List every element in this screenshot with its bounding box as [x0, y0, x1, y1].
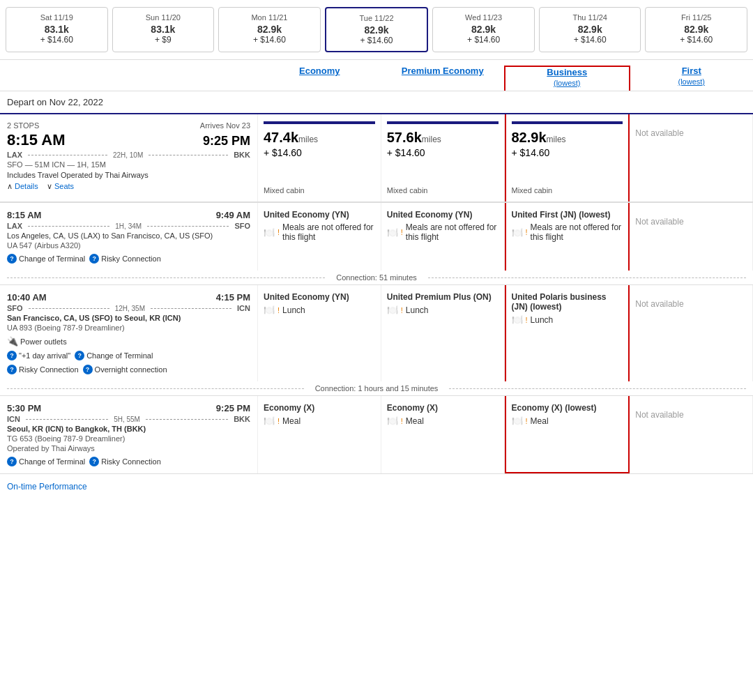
seg3-premium-cabin: Economy (X): [387, 403, 499, 413]
seg1-economy-meal: Meals are not offered for this flight: [282, 222, 375, 242]
plug-icon: 🔌: [7, 336, 18, 347]
question-icon[interactable]: ?: [83, 365, 93, 374]
date-card-fri1125[interactable]: Fri 11/25 82.9k + $14.60: [645, 7, 747, 52]
seg3-business-cabin: Economy (X) (lowest): [512, 403, 623, 413]
seg1-dest: SFO: [234, 222, 250, 230]
operated-by: Includes Travel Operated by Thai Airways: [7, 171, 250, 179]
on-time-performance-section: On-time Performance: [0, 474, 753, 499]
question-icon[interactable]: ?: [89, 457, 99, 466]
date-label: Sat 11/19: [10, 13, 103, 22]
seg1-economy-cell: United Economy (YN) 🍽️ ! Meals are not o…: [258, 203, 381, 271]
seg2-premium-cabin: United Premium Plus (ON): [387, 292, 499, 302]
stops-arrive: 2 STOPS Arrives Nov 23: [7, 121, 250, 130]
seg3-economy-meal-row: 🍽️ ! Meal: [264, 416, 375, 426]
date-label: Thu 11/24: [544, 13, 637, 22]
premium-miles: 57.6k: [387, 130, 422, 145]
seg3-premium-meal: Meal: [406, 416, 424, 426]
date-card-mon1121[interactable]: Mon 11/21 82.9k + $14.60: [218, 7, 321, 52]
seg1-premium-cabin: United Economy (YN): [387, 210, 499, 220]
seg3-dest: BKK: [234, 415, 250, 423]
premium-bar: [387, 121, 499, 124]
seg1-route-label: Los Angeles, CA, US (LAX) to San Francis…: [7, 231, 250, 240]
date-card-thu1124[interactable]: Thu 11/24 82.9k + $14.60: [539, 7, 641, 52]
seg2-power-label: Power outlets: [20, 337, 67, 346]
seg2-tags2: ? "+1 day arrival" ? Change of Terminal: [7, 351, 250, 360]
cabin-header-premium[interactable]: Premium Economy: [381, 66, 505, 91]
route-line2: [149, 155, 228, 155]
date-miles: 83.1k: [117, 24, 210, 35]
date-price: + $14.60: [330, 36, 423, 45]
seg2-business-cabin: United Polaris business (JN) (lowest): [512, 292, 623, 312]
date-card-sat1119[interactable]: Sat 11/19 83.1k + $14.60: [6, 7, 108, 52]
depart-label: Depart on Nov 22, 2022: [0, 91, 753, 113]
seg2-duration: 12H, 35M: [115, 305, 145, 312]
seg2-tags-power: 🔌 Power outlets: [7, 336, 250, 347]
question-icon[interactable]: ?: [7, 365, 17, 374]
main-flight-block: 2 STOPS Arrives Nov 23 8:15 AM 9:25 PM L…: [0, 113, 753, 202]
seg3-duration: 5H, 55M: [114, 416, 140, 423]
seg2-dest: ICN: [237, 304, 250, 312]
economy-miles-label: miles: [298, 135, 318, 144]
seg1-duration: 1H, 34M: [115, 222, 142, 230]
warning-icon: !: [526, 228, 528, 236]
seg2-route-line2: [151, 308, 231, 309]
cabin-link-business-sub[interactable]: (lowest): [554, 79, 581, 87]
main-flight-info: 2 STOPS Arrives Nov 23 8:15 AM 9:25 PM L…: [0, 114, 258, 201]
seg1-first-not-available: Not available: [635, 210, 747, 227]
segment2-info: 10:40 AM 4:15 PM SFO 12H, 35M ICN San Fr…: [0, 285, 258, 381]
chevron-down-icon: ∨: [47, 182, 52, 190]
seg3-operated: Operated by Thai Airways: [7, 444, 250, 452]
seg2-economy-cell: United Economy (YN) 🍽️ ! Lunch: [258, 285, 381, 381]
question-icon[interactable]: ?: [7, 457, 17, 466]
business-price: + $14.60: [512, 147, 623, 158]
seg2-tag-plus1day: ? "+1 day arrival": [7, 351, 70, 360]
seg3-time-row: 5:30 PM 9:25 PM: [7, 403, 250, 413]
arrives-label: Arrives Nov 23: [200, 121, 250, 130]
seg2-route-row: SFO 12H, 35M ICN: [7, 304, 250, 312]
question-icon[interactable]: ?: [7, 351, 17, 360]
date-price: + $14.60: [223, 35, 316, 45]
seg3-depart-time: 5:30 PM: [7, 403, 41, 413]
main-premium-cell[interactable]: 57.6kmiles + $14.60 Mixed cabin: [381, 114, 505, 201]
cabin-link-business[interactable]: Business: [547, 67, 587, 77]
seg2-premium-meal: Lunch: [406, 305, 429, 315]
date-card-sun1120[interactable]: Sun 11/20 83.1k + $9: [112, 7, 215, 52]
business-miles: 82.9k: [512, 130, 547, 145]
cabin-link-economy[interactable]: Economy: [299, 66, 340, 76]
meal-icon: 🍽️: [387, 305, 398, 315]
seats-link[interactable]: Seats: [54, 182, 74, 190]
question-icon[interactable]: ?: [75, 351, 84, 360]
economy-bar: [264, 121, 375, 124]
date-price: + $14.60: [10, 35, 103, 45]
date-miles: 82.9k: [437, 24, 530, 35]
seg2-origin: SFO: [7, 304, 23, 312]
connection2-text: Connection: 1 hours and 15 minutes: [304, 381, 450, 395]
meal-icon: 🍽️: [512, 314, 523, 325]
seg2-economy-meal: Lunch: [282, 305, 305, 315]
segment1-block: 8:15 AM 9:49 AM LAX 1H, 34M SFO Los Ange…: [0, 202, 753, 271]
cabin-link-premium[interactable]: Premium Economy: [402, 66, 484, 76]
date-card-tue1122[interactable]: Tue 11/22 82.9k + $14.60: [325, 7, 429, 52]
cabin-link-first[interactable]: First: [682, 66, 701, 76]
cabin-header-business[interactable]: Business (lowest): [504, 66, 630, 91]
cabin-header-economy[interactable]: Economy: [258, 66, 381, 91]
cabin-link-first-sub[interactable]: (lowest): [678, 77, 705, 86]
seg2-cabin-cells: United Economy (YN) 🍽️ ! Lunch United Pr…: [258, 285, 753, 381]
seg1-time-row: 8:15 AM 9:49 AM: [7, 210, 250, 220]
on-time-performance-link[interactable]: On-time Performance: [7, 482, 87, 492]
main-economy-cell[interactable]: 47.4kmiles + $14.60 Mixed cabin: [258, 114, 381, 201]
seg2-route-label: San Francisco, CA, US (SFO) to Seoul, KR…: [7, 314, 250, 322]
question-icon[interactable]: ?: [7, 254, 17, 264]
seg2-arrive-time: 4:15 PM: [216, 292, 250, 303]
cabin-header-first[interactable]: First (lowest): [630, 66, 754, 91]
question-icon[interactable]: ?: [89, 254, 99, 264]
main-business-cell[interactable]: 82.9kmiles + $14.60 Mixed cabin: [505, 114, 630, 201]
first-not-available: Not available: [635, 121, 747, 138]
connections-label: SFO — 51M ICN — 1H, 15M: [7, 160, 106, 169]
connection1-text: Connection: 51 minutes: [325, 271, 428, 284]
details-link[interactable]: Details: [15, 182, 38, 190]
seg3-tag-terminal-label: Change of Terminal: [19, 457, 85, 466]
seg1-business-cell: United First (JN) (lowest) 🍽️ ! Meals ar…: [505, 203, 630, 271]
seg1-route-row: LAX 1H, 34M SFO: [7, 222, 250, 230]
date-card-wed1123[interactable]: Wed 11/23 82.9k + $14.60: [432, 7, 535, 52]
